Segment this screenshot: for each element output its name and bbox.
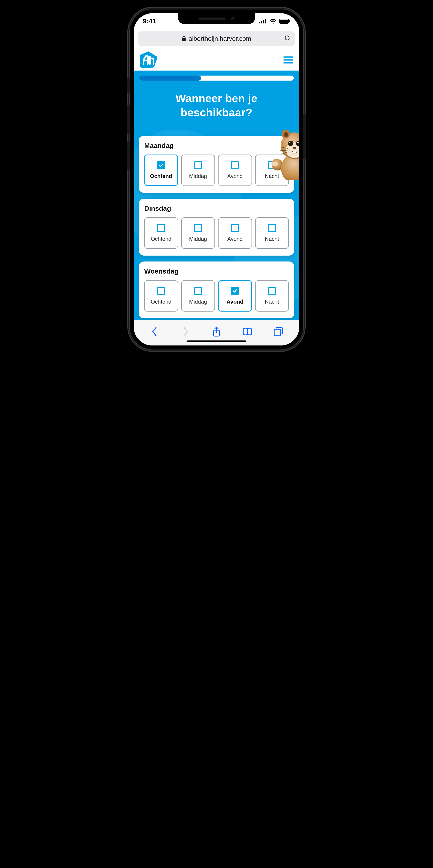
nav-forward-button[interactable]: [179, 327, 192, 337]
nav-back-button[interactable]: [148, 327, 162, 337]
checkbox-empty-icon: [231, 224, 239, 232]
day-title: Maandag: [144, 142, 289, 150]
svg-point-19: [297, 142, 299, 143]
slot-row: OchtendMiddagAvondNacht: [144, 280, 289, 312]
slot-label: Nacht: [265, 299, 279, 305]
slot-label: Avond: [227, 173, 243, 179]
phone-speaker: [199, 18, 226, 20]
availability-slot[interactable]: Middag: [181, 217, 215, 249]
svg-rect-1: [261, 21, 262, 24]
svg-rect-3: [265, 19, 266, 24]
availability-slot[interactable]: Middag: [181, 155, 215, 186]
hamburger-bar: [284, 57, 293, 58]
slot-label: Avond: [227, 236, 243, 242]
checkbox-checked-icon: [157, 161, 165, 169]
checkbox-empty-icon: [194, 224, 202, 232]
day-title: Dinsdag: [144, 205, 289, 212]
slot-label: Ochtend: [150, 173, 172, 179]
progress-fill: [139, 75, 201, 81]
share-button[interactable]: [210, 326, 223, 337]
svg-rect-21: [293, 151, 295, 153]
svg-rect-7: [182, 38, 186, 41]
availability-slot[interactable]: Middag: [181, 280, 215, 312]
menu-button[interactable]: [284, 57, 293, 63]
svg-rect-2: [263, 20, 264, 24]
slot-label: Ochtend: [151, 299, 171, 305]
slot-row: OchtendMiddagAvondNacht: [144, 217, 289, 249]
battery-icon: [279, 19, 290, 24]
site-header: [134, 49, 299, 70]
phone-volume-up: [127, 105, 130, 134]
svg-point-8: [271, 162, 278, 166]
availability-slot[interactable]: Avond: [218, 155, 252, 186]
svg-rect-22: [295, 151, 296, 153]
availability-slot[interactable]: Ochtend: [144, 155, 178, 186]
cellular-icon: [259, 19, 267, 24]
reload-button[interactable]: [284, 35, 291, 43]
status-time: 9:41: [143, 18, 156, 25]
slot-row: OchtendMiddagAvondNacht: [144, 155, 289, 186]
availability-slot[interactable]: Ochtend: [144, 217, 178, 249]
phone-mute-switch: [127, 78, 130, 93]
availability-slot[interactable]: Nacht: [255, 280, 289, 312]
svg-rect-6: [289, 20, 290, 22]
svg-rect-5: [280, 20, 288, 23]
ah-logo-icon: [140, 52, 157, 68]
checkbox-empty-icon: [268, 287, 276, 295]
availability-slot[interactable]: Avond: [218, 217, 252, 249]
hamburger-bar: [284, 59, 293, 61]
safari-url-text: albertheijn.harver.com: [189, 35, 251, 42]
reload-icon: [284, 35, 291, 41]
book-icon: [242, 327, 253, 336]
phone-power-button: [303, 114, 306, 159]
slot-label: Middag: [189, 299, 207, 305]
hamburger-bar: [284, 62, 293, 63]
tabs-button[interactable]: [271, 327, 285, 337]
content-area: Wanneer ben je beschikbaar? MaandagOchte…: [134, 70, 299, 324]
slot-label: Middag: [189, 236, 207, 242]
progress-bar: [139, 75, 294, 81]
checkbox-empty-icon: [268, 224, 276, 232]
safari-address-bar: albertheijn.harver.com: [134, 29, 299, 49]
slot-label: Avond: [227, 299, 243, 305]
slot-label: Nacht: [265, 236, 279, 242]
checkbox-empty-icon: [157, 224, 165, 232]
phone-volume-down: [127, 141, 130, 171]
day-card: WoensdagOchtendMiddagAvondNacht: [139, 261, 294, 318]
wifi-icon: [270, 19, 276, 24]
phone-front-camera: [231, 17, 234, 20]
phone-notch: [178, 13, 255, 24]
home-indicator: [187, 340, 246, 342]
checkbox-checked-icon: [231, 287, 239, 295]
question-heading: Wanneer ben je beschikbaar?: [139, 92, 294, 120]
svg-point-16: [288, 141, 293, 146]
availability-slot[interactable]: Nacht: [255, 217, 289, 249]
checkbox-empty-icon: [194, 287, 202, 295]
brand-logo[interactable]: [140, 52, 157, 69]
safari-url-pill[interactable]: albertheijn.harver.com: [138, 31, 295, 46]
svg-point-17: [289, 142, 291, 143]
checkbox-empty-icon: [231, 161, 239, 169]
day-title: Woensdag: [144, 268, 289, 275]
tabs-icon: [273, 327, 284, 337]
svg-point-13: [284, 132, 288, 137]
phone-screen: 9:41: [134, 13, 299, 345]
svg-rect-0: [259, 22, 260, 24]
slot-label: Ochtend: [151, 236, 171, 242]
lock-icon: [182, 36, 186, 41]
checkbox-empty-icon: [194, 161, 202, 169]
mascot-hamster: [270, 130, 299, 180]
slot-label: Middag: [189, 173, 207, 179]
status-icons: [259, 19, 290, 24]
availability-slot[interactable]: Ochtend: [144, 280, 178, 312]
phone-frame: 9:41: [130, 9, 303, 349]
svg-point-20: [293, 147, 296, 149]
share-icon: [212, 326, 221, 337]
chevron-right-icon: [182, 327, 189, 337]
checkbox-empty-icon: [157, 287, 165, 295]
bookmarks-button[interactable]: [241, 327, 254, 336]
chevron-left-icon: [152, 327, 158, 337]
availability-slot[interactable]: Avond: [218, 280, 252, 312]
svg-rect-25: [274, 329, 280, 336]
day-card: DinsdagOchtendMiddagAvondNacht: [139, 199, 294, 255]
